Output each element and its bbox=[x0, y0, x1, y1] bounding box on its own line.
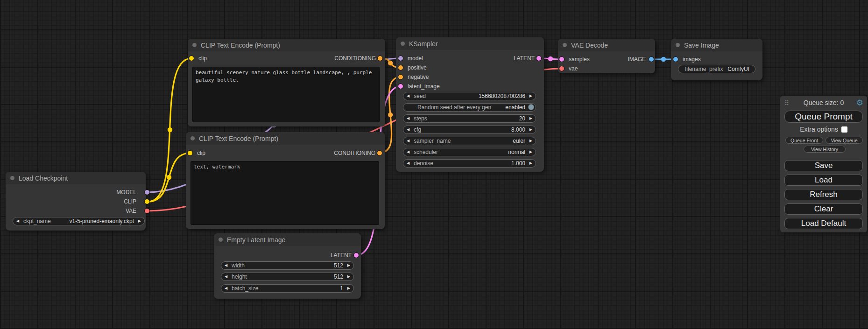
save-button[interactable]: Save bbox=[784, 160, 863, 171]
load-default-button[interactable]: Load Default bbox=[784, 218, 863, 229]
link-negative-conditioning-to-ksampler-midpoint-dot[interactable] bbox=[388, 112, 393, 117]
queue-panel: ⠿ Queue size: 0 ⚙ Queue Prompt Extra opt… bbox=[780, 96, 867, 232]
node-ksampler[interactable]: KSampler model positive negative latent_… bbox=[396, 37, 544, 172]
arrow-right-icon[interactable]: ▶ bbox=[529, 160, 532, 167]
collapse-dot-icon[interactable] bbox=[676, 43, 680, 47]
output-dot-vae[interactable] bbox=[145, 209, 149, 213]
output-dot-image[interactable] bbox=[649, 57, 654, 62]
arrow-right-icon[interactable]: ▶ bbox=[347, 262, 350, 269]
collapse-dot-icon[interactable] bbox=[401, 42, 405, 46]
arrow-right-icon[interactable]: ▶ bbox=[529, 126, 532, 133]
node-clip-text-encode-negative[interactable]: CLIP Text Encode (Prompt) clip CONDITION… bbox=[186, 132, 385, 229]
comfyui-canvas[interactable]: { "icons": { "arrow_left": "◀", "arrow_r… bbox=[0, 0, 868, 329]
node-title: Empty Latent Image bbox=[227, 236, 285, 244]
widget-ckpt-name[interactable]: ◀ ckpt_name v1-5-pruned-emaonly.ckpt ▶ bbox=[13, 217, 145, 225]
node-title-bar[interactable]: CLIP Text Encode (Prompt) bbox=[188, 39, 385, 51]
output-dot-clip[interactable] bbox=[145, 199, 149, 204]
arrow-left-icon[interactable]: ◀ bbox=[225, 262, 227, 269]
extra-options-row: Extra options bbox=[780, 126, 867, 133]
node-title: Save Image bbox=[684, 42, 719, 49]
arrow-left-icon[interactable]: ◀ bbox=[407, 148, 409, 156]
input-dot-samples[interactable] bbox=[559, 57, 564, 62]
collapse-dot-icon[interactable] bbox=[10, 176, 14, 180]
input-dot-vae[interactable] bbox=[559, 66, 564, 71]
node-empty-latent-image[interactable]: Empty Latent Image LATENT ◀ width 512 ▶ … bbox=[214, 233, 361, 299]
node-vae-decode[interactable]: VAE Decode samples vae IMAGE bbox=[558, 39, 655, 73]
input-dot-clip[interactable] bbox=[188, 151, 192, 155]
collapse-dot-icon[interactable] bbox=[191, 136, 195, 140]
node-clip-text-encode-positive[interactable]: CLIP Text Encode (Prompt) clip CONDITION… bbox=[188, 39, 385, 126]
collapse-dot-icon[interactable] bbox=[219, 238, 223, 242]
widget-steps[interactable]: ◀ steps 20 ▶ bbox=[403, 114, 536, 123]
widget-width[interactable]: ◀ width 512 ▶ bbox=[221, 261, 354, 270]
prompt-textarea[interactable]: text, watermark bbox=[191, 161, 379, 225]
link-positive-conditioning-to-ksampler-midpoint-dot[interactable] bbox=[388, 61, 393, 65]
node-load-checkpoint[interactable]: Load Checkpoint MODEL CLIP VAE ◀ ckpt_na… bbox=[6, 172, 146, 231]
input-dot-negative[interactable] bbox=[398, 75, 403, 79]
node-title-bar[interactable]: Load Checkpoint bbox=[6, 172, 146, 184]
arrow-left-icon[interactable]: ◀ bbox=[225, 273, 227, 280]
link-checkpoint-clip-to-negative-prompt-midpoint-dot[interactable] bbox=[167, 175, 171, 180]
prompt-textarea[interactable]: beautiful scenery nature glass bottle la… bbox=[192, 67, 380, 122]
arrow-right-icon[interactable]: ▶ bbox=[529, 148, 532, 156]
refresh-button[interactable]: Refresh bbox=[784, 189, 863, 200]
node-title: CLIP Text Encode (Prompt) bbox=[199, 135, 278, 142]
arrow-right-icon[interactable]: ▶ bbox=[529, 115, 532, 122]
output-dot-latent[interactable] bbox=[354, 253, 359, 258]
view-queue-button[interactable]: View Queue bbox=[826, 137, 863, 144]
arrow-right-icon[interactable]: ▶ bbox=[347, 273, 350, 280]
node-title-bar[interactable]: Empty Latent Image bbox=[214, 233, 361, 246]
widget-height[interactable]: ◀ height 512 ▶ bbox=[221, 273, 354, 281]
node-title-bar[interactable]: Save Image bbox=[671, 39, 762, 51]
arrow-left-icon[interactable]: ◀ bbox=[16, 217, 19, 225]
output-dot-conditioning[interactable] bbox=[377, 151, 382, 155]
node-title: KSampler bbox=[409, 40, 438, 48]
collapse-dot-icon[interactable] bbox=[192, 43, 197, 47]
arrow-left-icon[interactable]: ◀ bbox=[407, 160, 409, 167]
arrow-left-icon[interactable]: ◀ bbox=[407, 115, 409, 122]
output-dot-conditioning[interactable] bbox=[378, 56, 382, 61]
gear-icon[interactable]: ⚙ bbox=[856, 98, 863, 108]
load-button[interactable]: Load bbox=[784, 175, 863, 186]
widget-batch-size[interactable]: ◀ batch_size 1 ▶ bbox=[221, 284, 354, 293]
view-history-button[interactable]: View History bbox=[804, 146, 846, 153]
extra-options-checkbox[interactable] bbox=[841, 126, 847, 133]
queue-prompt-button[interactable]: Queue Prompt bbox=[784, 111, 863, 123]
arrow-left-icon[interactable]: ◀ bbox=[225, 285, 227, 292]
arrow-right-icon[interactable]: ▶ bbox=[138, 217, 141, 225]
arrow-right-icon[interactable]: ▶ bbox=[347, 285, 350, 292]
node-title: CLIP Text Encode (Prompt) bbox=[201, 42, 280, 49]
node-title-bar[interactable]: KSampler bbox=[396, 37, 544, 50]
widget-cfg[interactable]: ◀ cfg 8.000 ▶ bbox=[403, 126, 536, 134]
arrow-right-icon[interactable]: ▶ bbox=[529, 137, 532, 145]
widget-sampler-name[interactable]: ◀ sampler_name euler ▶ bbox=[403, 137, 536, 145]
queue-front-button[interactable]: Queue Front bbox=[785, 137, 823, 144]
node-title-bar[interactable]: VAE Decode bbox=[558, 39, 655, 51]
link-checkpoint-clip-to-positive-prompt-midpoint-dot[interactable] bbox=[168, 127, 172, 132]
arrow-left-icon[interactable]: ◀ bbox=[407, 137, 409, 145]
input-dot-latent-image[interactable] bbox=[398, 84, 403, 89]
widget-denoise[interactable]: ◀ denoise 1.000 ▶ bbox=[403, 159, 536, 168]
node-title: VAE Decode bbox=[571, 42, 608, 49]
widget-scheduler[interactable]: ◀ scheduler normal ▶ bbox=[403, 148, 536, 156]
clear-button[interactable]: Clear bbox=[784, 203, 863, 215]
output-dot-latent[interactable] bbox=[536, 56, 541, 61]
link-vaedecode-image-to-saveimage-midpoint-dot[interactable] bbox=[661, 57, 666, 62]
collapse-dot-icon[interactable] bbox=[563, 43, 567, 47]
node-title-bar[interactable]: CLIP Text Encode (Prompt) bbox=[186, 132, 385, 145]
node-save-image[interactable]: Save Image images filename_prefix ComfyU… bbox=[671, 39, 762, 80]
input-dot-model[interactable] bbox=[398, 56, 403, 61]
widget-random-seed[interactable]: Random seed after every gen enabled bbox=[403, 103, 536, 112]
link-ksampler-latent-to-vaedecode-midpoint-dot[interactable] bbox=[548, 56, 553, 61]
extra-options-label: Extra options bbox=[800, 126, 838, 133]
toggle-icon[interactable] bbox=[528, 104, 534, 110]
input-dot-images[interactable] bbox=[673, 57, 678, 62]
input-dot-positive[interactable] bbox=[398, 65, 403, 70]
widget-filename-prefix[interactable]: filename_prefix ComfyUI bbox=[678, 65, 755, 73]
arrow-left-icon[interactable]: ◀ bbox=[407, 92, 409, 100]
arrow-right-icon[interactable]: ▶ bbox=[529, 92, 532, 100]
output-dot-model[interactable] bbox=[145, 190, 149, 195]
arrow-left-icon[interactable]: ◀ bbox=[407, 126, 409, 133]
input-dot-clip[interactable] bbox=[189, 56, 194, 61]
widget-seed[interactable]: ◀ seed 156680208700286 ▶ bbox=[403, 92, 536, 100]
